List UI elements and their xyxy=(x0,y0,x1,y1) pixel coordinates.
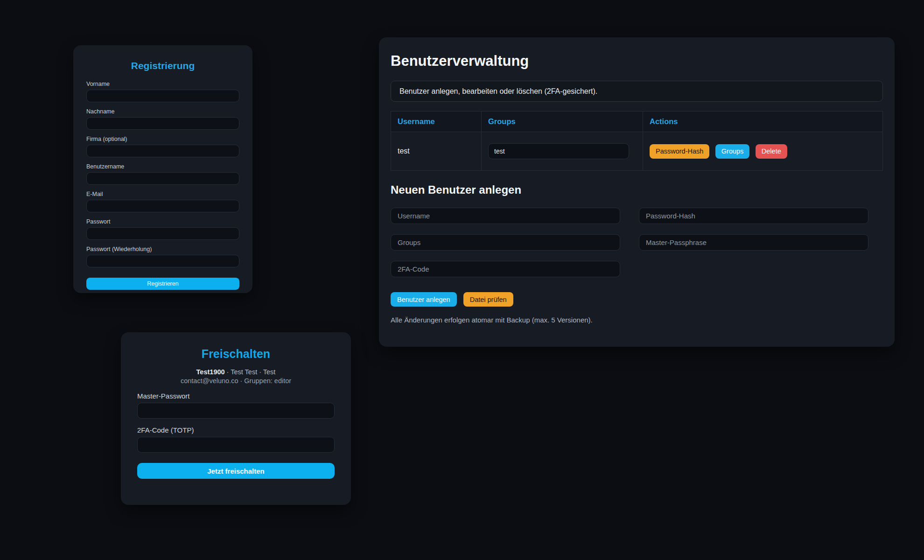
field-group-nachname: Nachname xyxy=(86,108,239,130)
benutzername-label: Benutzername xyxy=(86,163,239,170)
field-group-firma: Firma (optional) xyxy=(86,136,239,157)
table-row: test Password-Hash Groups Delete xyxy=(391,132,883,171)
groups-cell xyxy=(482,132,643,171)
new-user-heading: Neuen Benutzer anlegen xyxy=(391,183,883,196)
vorname-label: Vorname xyxy=(86,81,239,87)
firma-input[interactable] xyxy=(86,145,239,157)
master-passphrase-input[interactable] xyxy=(639,234,868,251)
new-user-actions: Benutzer anlegen Datei prüfen xyxy=(391,292,883,307)
benutzername-input[interactable] xyxy=(86,172,239,185)
email-label: E-Mail xyxy=(86,191,239,197)
register-button[interactable]: Registrieren xyxy=(86,278,239,290)
row-groups-input[interactable] xyxy=(488,143,629,159)
new-groups-input[interactable] xyxy=(391,234,620,251)
unlock-panel: Freischalten Test1900 · Test Test · Test… xyxy=(121,332,351,505)
users-table: Username Groups Actions test Password-Ha… xyxy=(391,111,883,171)
new-username-input[interactable] xyxy=(391,208,620,224)
field-group-passwort-wiederholung: Passwort (Wiederholung) xyxy=(86,246,239,267)
new-user-form xyxy=(391,208,883,277)
field-group-passwort: Passwort xyxy=(86,218,239,240)
registration-panel: Registrierung Vorname Nachname Firma (op… xyxy=(73,45,252,293)
field-group-benutzername: Benutzername xyxy=(86,163,239,185)
groups-column-header: Groups xyxy=(482,112,643,132)
user-management-title: Benutzerverwaltung xyxy=(391,53,883,70)
users-table-header-row: Username Groups Actions xyxy=(391,112,883,132)
new-password-hash-input[interactable] xyxy=(639,208,868,224)
field-group-email: E-Mail xyxy=(86,191,239,212)
registration-title: Registrierung xyxy=(86,60,239,71)
username-column-header: Username xyxy=(391,112,482,132)
vorname-input[interactable] xyxy=(86,90,239,102)
totp-input[interactable] xyxy=(137,437,335,453)
create-user-button[interactable]: Benutzer anlegen xyxy=(391,292,457,307)
passwort-wiederholung-input[interactable] xyxy=(86,255,239,267)
master-password-label: Master-Passwort xyxy=(137,392,335,400)
new-2fa-code-input[interactable] xyxy=(391,261,620,277)
master-password-input[interactable] xyxy=(137,403,335,419)
nachname-label: Nachname xyxy=(86,108,239,115)
username-cell: test xyxy=(391,132,482,171)
unlock-username: Test1900 xyxy=(196,368,225,376)
email-input[interactable] xyxy=(86,200,239,212)
firma-label: Firma (optional) xyxy=(86,136,239,142)
check-file-button[interactable]: Datei prüfen xyxy=(463,292,513,307)
user-management-panel: Benutzerverwaltung Benutzer anlegen, bea… xyxy=(379,37,895,347)
user-management-info: Benutzer anlegen, bearbeiten oder lösche… xyxy=(391,81,883,102)
password-hash-button[interactable]: Password-Hash xyxy=(650,144,709,159)
delete-button[interactable]: Delete xyxy=(756,144,787,159)
unlock-title: Freischalten xyxy=(137,347,335,361)
field-group-vorname: Vorname xyxy=(86,81,239,102)
nachname-input[interactable] xyxy=(86,117,239,130)
unlock-now-button[interactable]: Jetzt freischalten xyxy=(137,463,335,479)
passwort-input[interactable] xyxy=(86,227,239,240)
passwort-label: Passwort xyxy=(86,218,239,225)
unlock-fullname: · Test Test · Test xyxy=(225,368,276,376)
actions-cell: Password-Hash Groups Delete xyxy=(643,132,883,171)
unlock-contact-line: contact@veluno.co · Gruppen: editor xyxy=(137,377,335,385)
backup-note: Alle Änderungen erfolgen atomar mit Back… xyxy=(391,316,883,324)
passwort-wiederholung-label: Passwort (Wiederholung) xyxy=(86,246,239,252)
groups-button[interactable]: Groups xyxy=(715,144,750,159)
actions-column-header: Actions xyxy=(643,112,883,132)
totp-label: 2FA-Code (TOTP) xyxy=(137,426,335,434)
unlock-identity-line: Test1900 · Test Test · Test xyxy=(137,368,335,376)
